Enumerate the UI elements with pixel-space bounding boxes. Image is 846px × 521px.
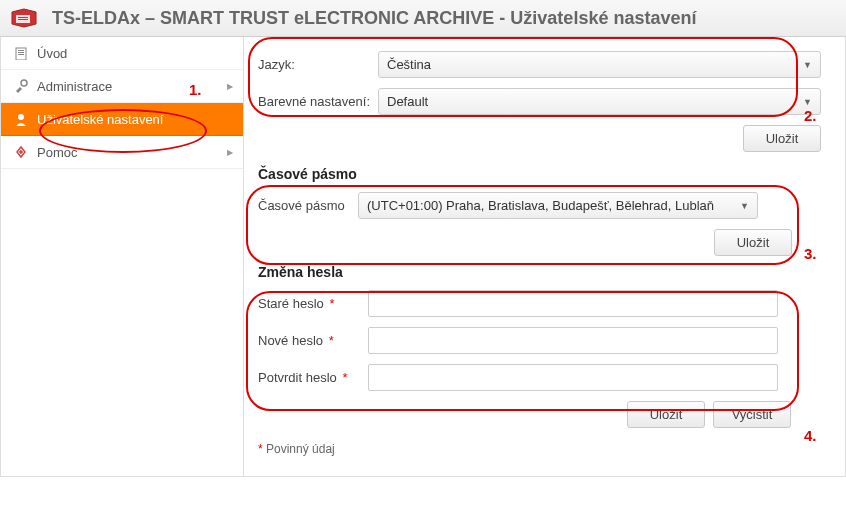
row-old-password: Staré heslo * (258, 290, 821, 317)
sidebar-item-user-settings[interactable]: Uživatelské nastavení (1, 103, 243, 136)
chevron-down-icon: ▼ (803, 60, 812, 70)
row-confirm-password: Potvrdit heslo * (258, 364, 821, 391)
confirm-password-input[interactable] (368, 364, 778, 391)
timezone-heading: Časové pásmo (258, 166, 821, 182)
timezone-select[interactable]: (UTC+01:00) Praha, Bratislava, Budapešť,… (358, 192, 758, 219)
save-button-2[interactable]: Uložit (714, 229, 792, 256)
language-select[interactable]: Čeština ▼ (378, 51, 821, 78)
save-button-3[interactable]: Uložit (627, 401, 705, 428)
row-new-password: Nové heslo * (258, 327, 821, 354)
svg-rect-6 (18, 54, 24, 55)
user-icon (13, 111, 29, 127)
row-timezone: Časové pásmo (UTC+01:00) Praha, Bratisla… (258, 192, 821, 219)
timezone-value: (UTC+01:00) Praha, Bratislava, Budapešť,… (367, 198, 714, 213)
app-header: TS-ELDAx – SMART TRUST eLECTRONIC ARCHIV… (0, 0, 846, 37)
svg-rect-1 (18, 17, 28, 18)
new-password-input[interactable] (368, 327, 778, 354)
sidebar: Úvod Administrace ▶ Uživatelské nastaven… (1, 37, 244, 476)
sidebar-item-label: Úvod (37, 46, 67, 61)
sidebar-item-administration[interactable]: Administrace ▶ (1, 70, 243, 103)
clear-button[interactable]: Vyčistit (713, 401, 791, 428)
sidebar-item-help[interactable]: Pomoc ▶ (1, 136, 243, 169)
button-row-1: Uložit (258, 125, 821, 152)
svg-rect-2 (18, 19, 28, 20)
page-title: TS-ELDAx – SMART TRUST eLECTRONIC ARCHIV… (52, 8, 696, 29)
row-color-theme: Barevné nastavení: Default ▼ (258, 88, 821, 115)
color-theme-label: Barevné nastavení: (258, 94, 378, 109)
old-password-label: Staré heslo * (258, 296, 368, 311)
required-footnote: * Povinný údaj (258, 442, 821, 456)
home-icon (13, 45, 29, 61)
content-area: Jazyk: Čeština ▼ Barevné nastavení: Defa… (244, 37, 845, 476)
app-logo-icon (10, 6, 42, 30)
svg-point-8 (18, 114, 24, 120)
password-heading: Změna hesla (258, 264, 821, 280)
chevron-right-icon: ▶ (227, 82, 233, 91)
color-theme-value: Default (387, 94, 428, 109)
svg-rect-4 (18, 50, 24, 51)
chevron-down-icon: ▼ (803, 97, 812, 107)
body-wrap: Úvod Administrace ▶ Uživatelské nastaven… (0, 37, 846, 477)
button-row-2: Uložit (706, 229, 821, 256)
chevron-right-icon: ▶ (227, 148, 233, 157)
button-row-3: Uložit Vyčistit (258, 401, 791, 428)
svg-point-7 (21, 80, 27, 86)
help-icon (13, 144, 29, 160)
language-label: Jazyk: (258, 57, 378, 72)
sidebar-item-label: Uživatelské nastavení (37, 112, 163, 127)
tools-icon (13, 78, 29, 94)
timezone-label: Časové pásmo (258, 198, 358, 213)
new-password-label: Nové heslo * (258, 333, 368, 348)
svg-rect-5 (18, 52, 24, 53)
row-language: Jazyk: Čeština ▼ (258, 51, 821, 78)
chevron-down-icon: ▼ (740, 201, 749, 211)
color-theme-select[interactable]: Default ▼ (378, 88, 821, 115)
save-button-1[interactable]: Uložit (743, 125, 821, 152)
confirm-password-label: Potvrdit heslo * (258, 370, 368, 385)
old-password-input[interactable] (368, 290, 778, 317)
sidebar-item-intro[interactable]: Úvod (1, 37, 243, 70)
language-value: Čeština (387, 57, 431, 72)
sidebar-item-label: Administrace (37, 79, 112, 94)
sidebar-item-label: Pomoc (37, 145, 77, 160)
